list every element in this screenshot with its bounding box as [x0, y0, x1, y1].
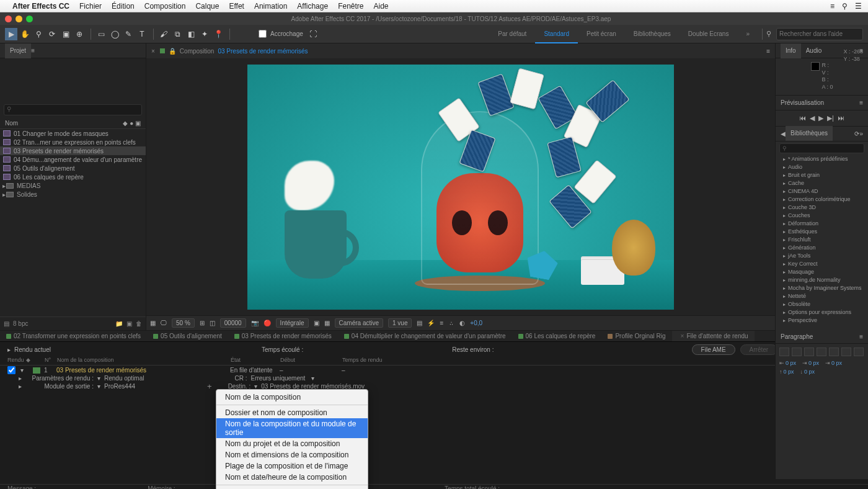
timeline-tab[interactable]: 06 Les calques de repère — [512, 331, 602, 342]
composition-viewer[interactable] — [146, 58, 775, 315]
last-frame-button[interactable]: ⏭ — [838, 114, 844, 122]
grid-icon[interactable]: ⊞ — [200, 320, 205, 326]
lib-category[interactable]: CINEMA 4D — [776, 187, 868, 195]
pixel-aspect-icon[interactable]: ▤ — [417, 320, 422, 326]
workspace-overflow[interactable]: » — [737, 25, 758, 43]
project-folder[interactable]: ▸ Solides — [0, 190, 146, 199]
bpc-toggle[interactable]: 8 bpc — [13, 320, 28, 327]
project-item[interactable]: 01 Changer le mode des masques — [0, 129, 146, 138]
queue-ame-button[interactable]: File AME — [692, 344, 735, 355]
clone-tool[interactable]: ⧉ — [171, 28, 184, 40]
lib-category[interactable]: Mocha by Imagineer Systems — [776, 284, 868, 292]
project-folder[interactable]: ▸ MEDIAS — [0, 181, 146, 190]
project-tab[interactable]: Projet — [5, 43, 31, 58]
render-enable-checkbox[interactable] — [7, 366, 16, 374]
flowchart-icon[interactable]: ⛬ — [448, 320, 454, 326]
indent-first[interactable]: ⇥0 px — [802, 360, 819, 366]
orbit-tool[interactable]: ⟳ — [46, 28, 58, 40]
menu-affichage[interactable]: Affichage — [297, 2, 328, 11]
snapshot-icon[interactable]: 📷 — [251, 320, 259, 326]
play-button[interactable]: ▶ — [818, 114, 823, 122]
mask-icon[interactable]: ◫ — [210, 320, 215, 326]
roi-icon[interactable]: ▣ — [314, 320, 319, 326]
interpret-icon[interactable]: ▤ — [4, 320, 9, 327]
menubar-extra-icon[interactable]: ≡ — [830, 2, 835, 11]
workspace-dual[interactable]: Double Ecrans — [680, 25, 738, 43]
display-icon[interactable]: 🖵 — [161, 320, 167, 326]
channel-icon[interactable]: 🔴 — [264, 320, 271, 326]
render-queue-tab[interactable]: ×File d'attente de rendu — [672, 331, 755, 342]
project-search-input[interactable]: ⚲ — [4, 104, 142, 115]
lib-category[interactable]: Déformation — [776, 220, 868, 228]
justify-last-center-button[interactable] — [829, 348, 839, 356]
project-item[interactable]: 05 Outils d'alignement — [0, 164, 146, 173]
first-frame-button[interactable]: ⏮ — [799, 114, 806, 122]
pen-tool[interactable]: ✎ — [122, 28, 135, 40]
lib-category[interactable]: Audio — [776, 163, 868, 171]
resolution-dropdown[interactable]: Intégrale — [276, 318, 309, 328]
lib-category[interactable]: Perspective — [776, 316, 868, 325]
expand-icon[interactable]: ▸ — [7, 346, 11, 353]
zoom-window-button[interactable] — [26, 16, 33, 22]
audio-tab[interactable]: Audio — [801, 43, 827, 58]
lib-category[interactable]: Bruit et grain — [776, 171, 868, 179]
justify-last-left-button[interactable] — [817, 348, 826, 356]
lib-category[interactable]: Esthétiques — [776, 228, 868, 236]
ctx-item-highlighted[interactable]: Nom de la composition et du module de so… — [216, 418, 368, 438]
next-frame-button[interactable]: ▶| — [827, 114, 834, 122]
camera-tool[interactable]: ▣ — [60, 28, 72, 40]
ctx-item[interactable]: Nom et date/heure de la composition — [216, 472, 368, 483]
snapping-checkbox[interactable] — [259, 30, 267, 38]
indent-right[interactable]: ⇥0 px — [825, 360, 842, 366]
lib-category[interactable]: Couche 3D — [776, 204, 868, 212]
align-left-button[interactable] — [779, 348, 789, 356]
puppet-tool[interactable]: 📍 — [212, 28, 224, 40]
menu-aide[interactable]: Aide — [374, 2, 389, 11]
preview-tab[interactable]: Prévisualisation — [781, 99, 824, 106]
trash-icon[interactable]: 🗑 — [136, 320, 142, 327]
space-before[interactable]: ↑0 px — [779, 369, 794, 375]
eraser-tool[interactable]: ◧ — [185, 28, 197, 40]
fast-preview-icon[interactable]: ⚡ — [427, 320, 435, 326]
workspace-small[interactable]: Petit écran — [578, 25, 625, 43]
lib-category[interactable]: Correction colorimétrique — [776, 195, 868, 204]
comp-tab-close[interactable]: × — [151, 48, 155, 55]
new-folder-icon[interactable]: 📁 — [115, 320, 123, 327]
project-item[interactable]: 04 Dému...angement de valeur d'un paramè… — [0, 155, 146, 164]
ctx-item[interactable]: Nom du projet et de la composition — [216, 438, 368, 449]
cr-link[interactable]: Erreurs uniquement — [250, 375, 305, 382]
paragraph-menu-icon[interactable]: ≡ — [859, 333, 863, 340]
stop-button[interactable]: Arrêter — [740, 344, 778, 355]
libraries-prev-icon[interactable]: ◀ — [781, 130, 786, 137]
ctx-item[interactable]: Nom et dimensions de la composition — [216, 449, 368, 460]
menu-effet[interactable]: Effet — [229, 2, 244, 11]
menu-fichier[interactable]: Fichier — [79, 2, 102, 11]
paragraph-tab[interactable]: Paragraphe — [781, 333, 813, 340]
composition-name[interactable]: 03 Presets de render mémorisés — [218, 48, 308, 55]
ctx-item[interactable]: Nom de la composition — [216, 392, 368, 403]
lib-category[interactable]: * Animations prédéfinies — [776, 155, 868, 163]
lib-category[interactable]: Netteté — [776, 292, 868, 300]
menu-fenetre[interactable]: Fenêtre — [338, 2, 363, 11]
camera-dropdown[interactable]: Caméra active — [335, 318, 383, 328]
composition-canvas[interactable] — [247, 65, 674, 310]
zoom-tool[interactable]: ⚲ — [32, 28, 45, 40]
project-col-name[interactable]: Nom — [5, 120, 18, 127]
selection-tool[interactable]: ▶ — [5, 28, 17, 40]
spotlight-icon[interactable]: ⚲ — [842, 2, 848, 11]
minimize-window-button[interactable] — [16, 16, 22, 22]
lock-icon[interactable]: 🔒 — [169, 48, 176, 55]
type-tool[interactable]: T — [136, 28, 148, 40]
lib-category[interactable]: Frischluft — [776, 236, 868, 244]
menu-edition[interactable]: Édition — [112, 2, 135, 11]
lib-category[interactable]: jAe Tools — [776, 252, 868, 260]
output-module-link[interactable]: ProRes444 — [104, 383, 135, 390]
timeline-tab[interactable]: 02 Transformer une expression en points … — [0, 331, 147, 342]
workspace-libraries[interactable]: Bibliothèques — [625, 25, 680, 43]
ctx-item[interactable]: Plage de la composition et de l'image — [216, 460, 368, 472]
magnification-icon[interactable]: ▦ — [150, 320, 156, 326]
lib-category[interactable]: Couches — [776, 212, 868, 220]
lib-category[interactable]: Options pour expressions — [776, 308, 868, 316]
libraries-tab[interactable]: Bibliothèques — [786, 126, 833, 141]
timeline-tab[interactable]: 03 Presets de render mémorisés — [228, 331, 338, 342]
